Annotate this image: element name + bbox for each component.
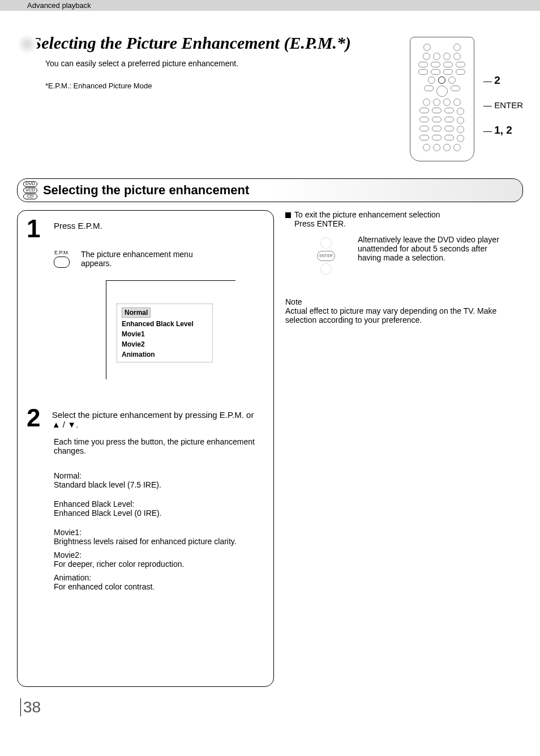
mode-normal-title: Normal: bbox=[54, 471, 264, 480]
alternative-text: Alternatively leave the DVD video player… bbox=[358, 235, 505, 262]
mode-normal-desc: Standard black level (7.5 IRE). bbox=[54, 480, 264, 489]
menu-option-movie1: Movie1 bbox=[119, 329, 210, 339]
page-number: 38 bbox=[20, 698, 523, 716]
note-text: Actual effect to picture may vary depend… bbox=[285, 306, 523, 324]
exit-instruction: Press ENTER. bbox=[294, 219, 440, 228]
mode-movie1-title: Movie1: bbox=[54, 528, 264, 537]
menu-option-enhanced-black: Enhanced Black Level bbox=[119, 319, 210, 329]
menu-option-normal: Normal bbox=[122, 307, 151, 318]
callout-enter: ENTER bbox=[494, 100, 523, 110]
menu-option-movie2: Movie2 bbox=[119, 339, 210, 349]
epm-menu: Normal Enhanced Black Level Movie1 Movie… bbox=[117, 304, 213, 362]
bullet-square-icon bbox=[285, 212, 291, 218]
disc-type-badge: DVD VCD CD bbox=[23, 181, 37, 200]
remote-callouts: — 2 — ENTER — 1, 2 bbox=[474, 33, 523, 144]
step-2-number: 2 bbox=[27, 408, 48, 428]
right-column: To exit the picture enhancement selectio… bbox=[285, 210, 523, 687]
step-2-desc: Each time you press the button, the pict… bbox=[54, 437, 264, 455]
callout-1-2: 1, 2 bbox=[494, 124, 512, 136]
mode-descriptions: Normal: Standard black level (7.5 IRE). … bbox=[54, 471, 264, 591]
callout-2: 2 bbox=[494, 74, 500, 86]
step-1-subtext: The picture enhancement menu appears. bbox=[81, 250, 205, 269]
mode-movie2-title: Movie2: bbox=[54, 550, 264, 559]
dpad-diagram: ENTER bbox=[302, 235, 348, 275]
breadcrumb-text: Advanced playback bbox=[27, 1, 91, 10]
section-header: DVD VCD CD Selecting the picture enhance… bbox=[17, 178, 523, 202]
mode-animation-title: Animation: bbox=[54, 573, 264, 582]
page-title: Selecting the Picture Enhancement (E.P.M… bbox=[32, 33, 351, 52]
remote-control-diagram bbox=[410, 37, 474, 161]
step-1-instruction: Press E.P.M. bbox=[54, 219, 102, 230]
mode-animation-desc: For enhanced color contrast. bbox=[54, 582, 264, 591]
header-breadcrumb: Advanced playback bbox=[0, 0, 540, 11]
menu-option-animation: Animation bbox=[119, 349, 210, 360]
epm-button-icon: E.P.M. bbox=[54, 250, 70, 269]
exit-heading: To exit the picture enhancement selectio… bbox=[294, 210, 440, 219]
mode-movie2-desc: For deeper, richer color reproduction. bbox=[54, 559, 264, 569]
note-heading: Note bbox=[285, 297, 523, 306]
epm-footnote: *E.P.M.: Enhanced Picture Mode bbox=[45, 82, 410, 90]
step-2-instruction: Select the picture enhancement by pressi… bbox=[52, 408, 264, 429]
intro-text: You can easily select a preferred pictur… bbox=[45, 59, 410, 68]
section-title: Selecting the picture enhancement bbox=[43, 183, 249, 198]
mode-ebl-desc: Enhanced Black Level (0 IRE). bbox=[54, 509, 264, 518]
mode-movie1-desc: Brightness levels raised for enhanced pi… bbox=[54, 537, 264, 546]
mode-ebl-title: Enhanced Black Level: bbox=[54, 499, 264, 509]
enter-button-icon: ENTER bbox=[317, 251, 335, 261]
steps-panel: 1 Press E.P.M. E.P.M. The picture enhanc… bbox=[17, 210, 274, 687]
screen-illustration: Normal Enhanced Black Level Movie1 Movie… bbox=[106, 280, 235, 379]
title-ornament-icon bbox=[17, 34, 37, 54]
step-1-number: 1 bbox=[27, 219, 49, 238]
